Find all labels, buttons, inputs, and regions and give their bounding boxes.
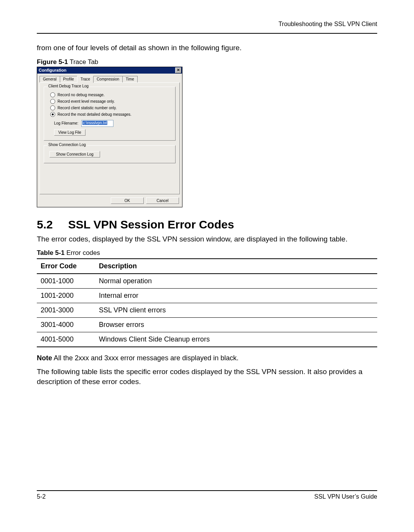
table-caption: Table 5-1 Error codes — [37, 249, 377, 257]
section-title: SSL VPN Session Error Codes — [68, 218, 234, 231]
cell-code: 2001-3000 — [37, 303, 97, 318]
table-title: Error codes — [64, 249, 100, 256]
guide-title: SSL VPN User’s Guide — [314, 493, 377, 500]
section-intro: The error codes, displayed by the SSL VP… — [37, 234, 377, 244]
table-row: 3001-4000 Browser errors — [37, 318, 377, 332]
tab-general[interactable]: General — [39, 76, 60, 82]
cell-desc: SSL VPN client errors — [97, 303, 377, 318]
ok-button[interactable]: OK — [111, 197, 144, 204]
radio-record-statistic-only[interactable]: Record client statistic number only. — [48, 105, 171, 110]
error-codes-table: Error Code Description 0001-1000 Normal … — [37, 258, 377, 347]
log-filename-input[interactable]: c:\nssslvpn.txt — [81, 120, 113, 127]
cell-code: 1001-2000 — [37, 289, 97, 303]
radio-record-detailed[interactable]: Record the most detailed debug messages. — [48, 112, 171, 117]
radio-record-event-only[interactable]: Record event level message only. — [48, 99, 171, 104]
closing-paragraph: The following table lists the specific e… — [37, 367, 377, 386]
note-line: Note All the 2xxx and 3xxx error message… — [37, 354, 377, 362]
cell-desc: Internal error — [97, 289, 377, 303]
radio-icon — [50, 105, 55, 110]
group-legend: Show Connection Log — [47, 143, 87, 147]
tab-time[interactable]: Time — [122, 76, 138, 82]
show-connection-log-button[interactable]: Show Connection Log — [49, 151, 100, 158]
configuration-dialog: Configuration ✕ General Profile Trace Co… — [37, 67, 182, 207]
header-rule — [37, 33, 377, 34]
section-number: 5.2 — [37, 218, 53, 231]
group-show-connection-log: Show Connection Log Show Connection Log — [44, 145, 176, 163]
log-filename-label: Log Filename: — [54, 121, 78, 125]
intro-paragraph: from one of four levels of detail as sho… — [37, 43, 377, 53]
radio-label: Record client statistic number only. — [58, 106, 117, 110]
dialog-title: Configuration — [39, 68, 66, 72]
section-heading: 5.2 SSL VPN Session Error Codes — [37, 218, 377, 231]
note-label: Note — [37, 354, 52, 362]
tab-compression[interactable]: Compression — [93, 76, 123, 82]
radio-label: Record the most detailed debug messages. — [58, 112, 131, 117]
table-number: Table 5-1 — [37, 249, 64, 256]
dialog-button-row: OK Cancel — [37, 194, 182, 207]
cell-desc: Windows Client Side Cleanup errors — [97, 332, 377, 347]
cell-code: 0001-1000 — [37, 274, 97, 289]
radio-icon — [50, 112, 55, 117]
page-footer: 5-2 SSL VPN User’s Guide — [37, 490, 377, 500]
note-text: All the 2xxx and 3xxx error messages are… — [52, 354, 238, 362]
cell-desc: Normal operation — [97, 274, 377, 289]
radio-record-none[interactable]: Record no debug message. — [48, 92, 171, 97]
group-client-debug-trace-log: Client Debug Trace Log Record no debug m… — [44, 87, 176, 141]
tab-profile[interactable]: Profile — [60, 76, 77, 82]
cell-desc: Browser errors — [97, 318, 377, 332]
cell-code: 3001-4000 — [37, 318, 97, 332]
table-row: 2001-3000 SSL VPN client errors — [37, 303, 377, 318]
radio-label: Record event level message only. — [58, 99, 115, 103]
radio-icon — [50, 92, 55, 97]
radio-label: Record no debug message. — [58, 93, 105, 97]
col-description: Description — [97, 259, 377, 274]
figure-title: Trace Tab — [68, 58, 98, 66]
close-icon[interactable]: ✕ — [175, 67, 181, 73]
figure-caption: Figure 5-1 Trace Tab — [37, 58, 377, 66]
table-row: 0001-1000 Normal operation — [37, 274, 377, 289]
radio-icon — [50, 99, 55, 104]
table-row: 4001-5000 Windows Client Side Cleanup er… — [37, 332, 377, 347]
group-legend: Client Debug Trace Log — [47, 84, 90, 88]
tab-body: Client Debug Trace Log Record no debug m… — [39, 82, 180, 194]
view-log-file-button[interactable]: View Log File — [54, 129, 85, 136]
running-header: Troubleshooting the SSL VPN Client — [37, 21, 377, 28]
page-number: 5-2 — [37, 493, 46, 500]
table-row: 1001-2000 Internal error — [37, 289, 377, 303]
cancel-button[interactable]: Cancel — [146, 197, 179, 204]
cell-code: 4001-5000 — [37, 332, 97, 347]
figure-number: Figure 5-1 — [37, 58, 68, 66]
tab-strip: General Profile Trace Compression Time — [37, 74, 182, 82]
col-error-code: Error Code — [37, 259, 97, 274]
dialog-titlebar: Configuration ✕ — [37, 67, 182, 74]
tab-trace[interactable]: Trace — [77, 76, 94, 83]
